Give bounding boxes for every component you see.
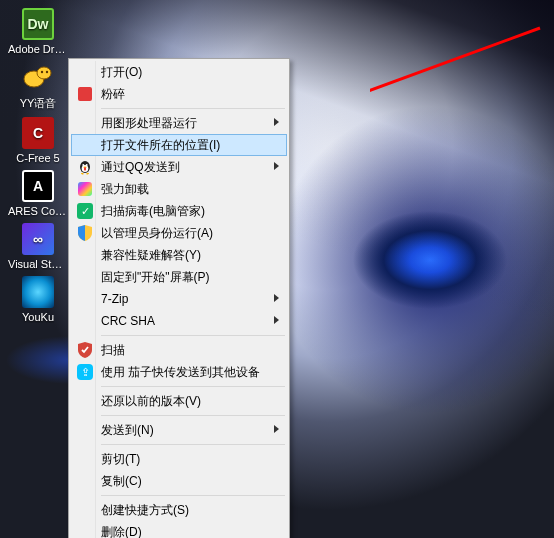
menu-item-label: 扫描 xyxy=(101,342,125,359)
menu-item[interactable]: 剪切(T) xyxy=(71,448,287,470)
menu-item[interactable]: 打开(O) xyxy=(71,61,287,83)
svg-point-7 xyxy=(86,164,88,166)
icon-label: YouKu xyxy=(22,311,54,323)
icon-label: YY语音 xyxy=(20,96,57,111)
shred-icon xyxy=(76,85,94,103)
menu-item-label: 剪切(T) xyxy=(101,451,140,468)
ares-icon: A xyxy=(22,170,54,202)
desktop-icons: Dw Adobe Dreamweaver CS6 YY语音 C C-Free 5… xyxy=(8,8,68,323)
menu-item[interactable]: ⇪使用 茄子快传发送到其他设备 xyxy=(71,361,287,383)
menu-item-label: 还原以前的版本(V) xyxy=(101,393,201,410)
menu-item-label: 用图形处理器运行 xyxy=(101,115,197,132)
menu-separator xyxy=(101,444,285,445)
menu-item[interactable]: 创建快捷方式(S) xyxy=(71,499,287,521)
desktop-icon-youku[interactable]: YouKu xyxy=(8,276,68,323)
menu-item-label: 删除(D) xyxy=(101,524,142,539)
menu-item[interactable]: 固定到"开始"屏幕(P) xyxy=(71,266,287,288)
icon-label: Visual Studio xyxy=(8,258,68,270)
menu-item-label: CRC SHA xyxy=(101,314,155,328)
svg-point-6 xyxy=(82,164,84,166)
menu-item[interactable]: 兼容性疑难解答(Y) xyxy=(71,244,287,266)
menu-item-label: 复制(C) xyxy=(101,473,142,490)
menu-item-label: 以管理员身份运行(A) xyxy=(101,225,213,242)
menu-item-label: 打开文件所在的位置(I) xyxy=(101,137,220,154)
submenu-arrow-icon xyxy=(274,316,279,324)
menu-item[interactable]: 粉碎 xyxy=(71,83,287,105)
desktop-icon-cfree[interactable]: C C-Free 5 xyxy=(8,117,68,164)
menu-item[interactable]: 扫描 xyxy=(71,339,287,361)
svg-point-9 xyxy=(84,167,86,171)
submenu-arrow-icon xyxy=(274,162,279,170)
menu-item-label: 创建快捷方式(S) xyxy=(101,502,189,519)
svg-point-1 xyxy=(37,67,51,79)
menu-separator xyxy=(101,335,285,336)
menu-item-label: 强力卸载 xyxy=(101,181,149,198)
menu-item-label: 兼容性疑难解答(Y) xyxy=(101,247,201,264)
menu-item[interactable]: ✓扫描病毒(电脑管家) xyxy=(71,200,287,222)
uninstall-icon xyxy=(76,180,94,198)
antivirus-shield-icon xyxy=(76,341,94,359)
menu-item[interactable]: CRC SHA xyxy=(71,310,287,332)
context-menu: 打开(O)粉碎用图形处理器运行打开文件所在的位置(I)通过QQ发送到强力卸载✓扫… xyxy=(68,58,290,538)
svg-point-2 xyxy=(41,71,43,73)
menu-item[interactable]: 删除(D) xyxy=(71,521,287,538)
menu-item[interactable]: 7-Zip xyxy=(71,288,287,310)
menu-item[interactable]: 通过QQ发送到 xyxy=(71,156,287,178)
menu-item-label: 使用 茄子快传发送到其他设备 xyxy=(101,364,260,381)
svg-point-3 xyxy=(46,71,48,73)
share-icon: ⇪ xyxy=(76,363,94,381)
cfree-icon: C xyxy=(22,117,54,149)
submenu-arrow-icon xyxy=(274,425,279,433)
submenu-arrow-icon xyxy=(274,118,279,126)
desktop-icon-visualstudio[interactable]: ∞ Visual Studio xyxy=(8,223,68,270)
icon-label: C-Free 5 xyxy=(16,152,59,164)
yy-icon xyxy=(22,61,54,93)
desktop-icon-dreamweaver[interactable]: Dw Adobe Dreamweaver CS6 xyxy=(8,8,68,55)
menu-item[interactable]: 还原以前的版本(V) xyxy=(71,390,287,412)
menu-separator xyxy=(101,108,285,109)
menu-item-label: 通过QQ发送到 xyxy=(101,159,180,176)
menu-item-label: 7-Zip xyxy=(101,292,128,306)
menu-item[interactable]: 发送到(N) xyxy=(71,419,287,441)
menu-item[interactable]: 打开文件所在的位置(I) xyxy=(71,134,287,156)
dreamweaver-icon: Dw xyxy=(22,8,54,40)
menu-item[interactable]: 用图形处理器运行 xyxy=(71,112,287,134)
shield-icon xyxy=(76,224,94,242)
youku-icon xyxy=(22,276,54,308)
scan-icon: ✓ xyxy=(76,202,94,220)
menu-item-label: 粉碎 xyxy=(101,86,125,103)
menu-item[interactable]: 复制(C) xyxy=(71,470,287,492)
menu-item[interactable]: 以管理员身份运行(A) xyxy=(71,222,287,244)
desktop-icon-yy[interactable]: YY语音 xyxy=(8,61,68,111)
desktop-icon-ares[interactable]: A ARES Commander xyxy=(8,170,68,217)
icon-label: ARES Commander xyxy=(8,205,68,217)
menu-separator xyxy=(101,415,285,416)
menu-item-label: 发送到(N) xyxy=(101,422,154,439)
menu-item-label: 固定到"开始"屏幕(P) xyxy=(101,269,210,286)
menu-item-label: 扫描病毒(电脑管家) xyxy=(101,203,205,220)
menu-item-label: 打开(O) xyxy=(101,64,142,81)
menu-item[interactable]: 强力卸载 xyxy=(71,178,287,200)
icon-label: Adobe Dreamweaver CS6 xyxy=(8,43,68,55)
menu-separator xyxy=(101,495,285,496)
qq-icon xyxy=(76,158,94,176)
visualstudio-icon: ∞ xyxy=(22,223,54,255)
submenu-arrow-icon xyxy=(274,294,279,302)
menu-separator xyxy=(101,386,285,387)
